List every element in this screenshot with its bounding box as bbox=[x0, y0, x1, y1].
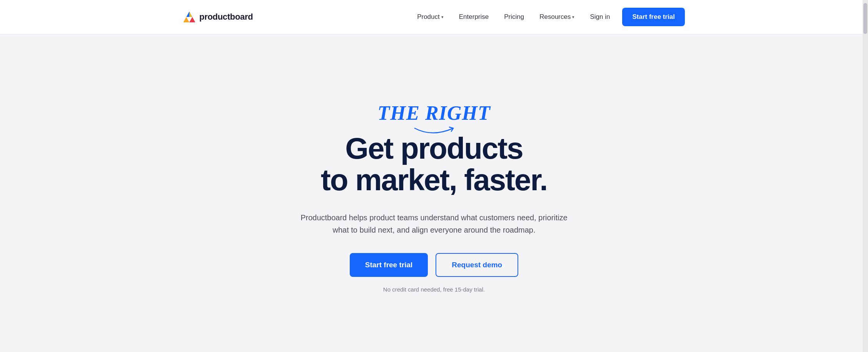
nav-signin-label: Sign in bbox=[590, 13, 610, 21]
nav-enterprise[interactable]: Enterprise bbox=[453, 10, 495, 24]
hero-title-line1: Get products bbox=[345, 131, 522, 165]
svg-marker-2 bbox=[189, 17, 195, 22]
nav-pricing-label: Pricing bbox=[504, 13, 524, 21]
hero-trial-button[interactable]: Start free trial bbox=[350, 253, 428, 277]
nav-enterprise-label: Enterprise bbox=[459, 13, 489, 21]
nav-product-label: Product bbox=[417, 13, 440, 21]
nav-pricing[interactable]: Pricing bbox=[498, 10, 530, 24]
nav-trial-button[interactable]: Start free trial bbox=[622, 8, 685, 26]
hero-cta-group: Start free trial Request demo bbox=[350, 253, 518, 277]
hero-section: THE RIGHT Get products to market, faster… bbox=[0, 34, 868, 352]
hero-demo-button[interactable]: Request demo bbox=[436, 253, 518, 277]
svg-marker-3 bbox=[189, 12, 192, 17]
nav-product-chevron-icon: ▾ bbox=[441, 15, 444, 20]
nav-signin[interactable]: Sign in bbox=[584, 10, 616, 24]
productboard-logo-icon bbox=[183, 12, 195, 22]
hero-main-title: Get products to market, faster. bbox=[321, 133, 547, 196]
scrollbar-thumb[interactable] bbox=[863, 3, 867, 34]
scrollbar-track[interactable] bbox=[863, 0, 868, 352]
hero-description: Productboard helps product teams underst… bbox=[299, 211, 569, 236]
nav-links: Product ▾ Enterprise Pricing Resources ▾… bbox=[411, 8, 685, 26]
navbar: productboard Product ▾ Enterprise Pricin… bbox=[0, 0, 868, 34]
hero-checkmark-svg bbox=[411, 125, 457, 136]
hero-headline: THE RIGHT Get products to market, faster… bbox=[321, 102, 547, 196]
hero-title-line2: to market, faster. bbox=[321, 163, 547, 197]
nav-resources-label: Resources bbox=[539, 13, 571, 21]
logo[interactable]: productboard bbox=[183, 12, 253, 22]
svg-marker-0 bbox=[183, 17, 189, 22]
nav-product[interactable]: Product ▾ bbox=[411, 10, 450, 24]
logo-text: productboard bbox=[199, 12, 253, 22]
hero-handwriting-line: THE RIGHT bbox=[321, 102, 547, 136]
hero-disclaimer: No credit card needed, free 15-day trial… bbox=[383, 286, 485, 293]
hero-handwriting-text: THE RIGHT bbox=[377, 102, 491, 124]
nav-resources-chevron-icon: ▾ bbox=[572, 15, 574, 20]
nav-resources[interactable]: Resources ▾ bbox=[533, 10, 581, 24]
